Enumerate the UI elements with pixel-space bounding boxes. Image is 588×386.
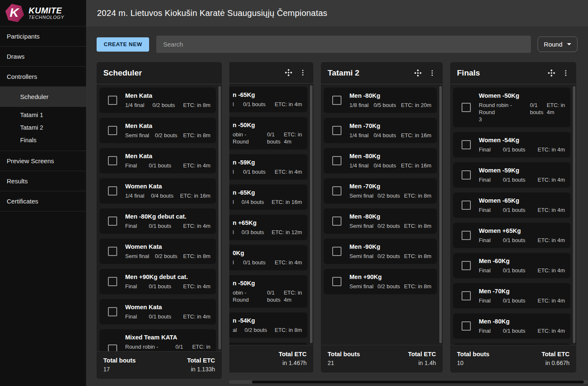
bout-card[interactable]: Men -80Kg1/4 final0/4 boutsETC: in 16m: [323, 148, 437, 174]
move-icon[interactable]: [284, 68, 293, 77]
card-checkbox[interactable]: [462, 261, 471, 270]
bout-card[interactable]: Men -70KgSemi final0/2 boutsETC: in 8m: [323, 178, 437, 204]
bout-card[interactable]: Women KataSemi final0/2 boutsETC: in 8m: [99, 238, 216, 264]
card-checkbox[interactable]: [108, 277, 117, 286]
sidebar-item-draws[interactable]: Draws: [0, 47, 86, 67]
total-bouts-label: Total bouts: [103, 357, 136, 364]
card-checkbox[interactable]: [462, 291, 471, 300]
sidebar-item-participants[interactable]: Participants: [0, 26, 86, 47]
card-checkbox[interactable]: [462, 140, 471, 149]
sidebar-item-preview-screens[interactable]: Preview Screens: [0, 151, 86, 171]
card-checkbox[interactable]: [332, 126, 341, 135]
sidebar-item-results[interactable]: Results: [0, 171, 86, 191]
card-checkbox[interactable]: [332, 277, 341, 286]
card-checkbox[interactable]: [108, 186, 117, 196]
bout-card[interactable]: Men -80Kg debut cat.Final0/1 boutsETC: i…: [99, 208, 216, 234]
card-checkbox[interactable]: [332, 247, 341, 256]
card-checkbox[interactable]: [332, 186, 341, 196]
bout-card[interactable]: Men -70KgFinal0/1 boutsETC: in 4m: [453, 283, 571, 309]
vertical-scrollbar-thumb[interactable]: [218, 86, 221, 349]
card-checkbox[interactable]: [462, 103, 471, 112]
search-input[interactable]: [156, 36, 530, 53]
bouts-count: 0/1 bouts: [149, 162, 171, 169]
card-checkbox[interactable]: [462, 201, 471, 210]
bout-card[interactable]: n -50Kgobin - Round0/1 boutsETC: in 4m: [229, 117, 308, 150]
bout-card[interactable]: Women +65KgFinal0/1 boutsETC: in 4m: [453, 222, 571, 248]
bout-card[interactable]: Mixed Team KATARound robin - Round 10/1 …: [99, 329, 216, 351]
bout-card[interactable]: Men Kata1/4 final0/2 boutsETC: in 8m: [99, 87, 216, 113]
bout-card[interactable]: n -54Kgal0/2 boutsETC: in 8m: [229, 312, 308, 338]
total-bouts: Total bouts17: [103, 357, 136, 373]
etc-label: ETC: in 16m: [180, 192, 210, 199]
bout-card[interactable]: Women -59KgFinal0/1 boutsETC: in 4m: [453, 162, 571, 188]
column-footer: Total bouts21Total ETCin 1.4h: [321, 345, 443, 373]
card-checkbox[interactable]: [462, 321, 471, 331]
vertical-scrollbar-thumb[interactable]: [439, 86, 442, 343]
category-title: n -50Kg: [233, 279, 302, 287]
bout-card[interactable]: Men -80KgSemi final0/2 boutsETC: in 8m: [323, 208, 437, 234]
sidebar-item-scheduler[interactable]: Scheduler: [0, 87, 86, 107]
card-checkbox[interactable]: [108, 307, 117, 316]
sidebar-item-certificates[interactable]: Certificates: [0, 191, 86, 211]
bout-card[interactable]: n +65Kgl0/3 boutsETC: in 12m: [229, 214, 308, 240]
card-checkbox[interactable]: [462, 170, 471, 180]
bout-card[interactable]: Men +90KgSemi final0/2 boutsETC: in 8m: [323, 269, 437, 295]
card-checkbox[interactable]: [108, 96, 117, 105]
bout-card[interactable]: Women KataFinal0/1 boutsETC: in 4m: [99, 299, 216, 325]
sidebar-item-controllers[interactable]: Controllers: [0, 67, 86, 87]
more-vert-icon[interactable]: [299, 69, 307, 76]
bout-card[interactable]: n -65Kgl0/1 boutsETC: in 4m: [229, 86, 308, 112]
bout-card[interactable]: Men KataFinal0/1 boutsETC: in 4m: [99, 148, 216, 174]
logo-hexagon-icon: K: [3, 1, 27, 25]
more-vert-icon[interactable]: [428, 69, 436, 77]
more-vert-icon[interactable]: [562, 69, 570, 77]
card-checkbox[interactable]: [462, 231, 471, 240]
bout-card[interactable]: Women -54KgFinal0/1 boutsETC: in 4m: [453, 132, 571, 158]
stage-label: Semi final: [349, 283, 373, 290]
horizontal-scrollbar[interactable]: [229, 380, 588, 384]
bout-card[interactable]: n -65Kgl0/4 boutsETC: in 16m: [229, 184, 308, 210]
sidebar-item-tatami-1[interactable]: Tatami 1: [0, 109, 86, 121]
bout-card[interactable]: n -59Kgal0/2 boutsETC: in 8m: [229, 342, 308, 345]
category-title: Men -80Kg: [349, 213, 431, 220]
horizontal-scrollbar-thumb[interactable]: [252, 381, 584, 383]
card-checkbox[interactable]: [108, 247, 117, 256]
vertical-scrollbar-thumb[interactable]: [310, 85, 312, 343]
round-dropdown[interactable]: Round: [538, 37, 578, 52]
card-checkbox[interactable]: [108, 216, 117, 226]
bout-card[interactable]: n -50Kgobin - Round0/1 boutsETC: in 4m: [229, 275, 308, 308]
move-icon[interactable]: [547, 69, 556, 77]
bout-card[interactable]: Men +90Kg debut cat.Final0/1 boutsETC: i…: [99, 269, 216, 295]
bout-card[interactable]: Men KataSemi final0/2 boutsETC: in 8m: [99, 117, 216, 143]
card-checkbox[interactable]: [108, 126, 117, 135]
bout-card[interactable]: n -59Kgl0/1 boutsETC: in 4m: [229, 154, 308, 180]
card-subrow: 1/4 final0/4 boutsETC: in 16m: [125, 192, 210, 199]
card-checkbox[interactable]: [108, 156, 117, 165]
card-checkbox[interactable]: [108, 344, 117, 351]
create-new-button[interactable]: CREATE NEW: [97, 37, 149, 52]
total-etc: Total ETCin 0.667h: [541, 351, 570, 366]
move-icon[interactable]: [414, 69, 422, 77]
bout-card[interactable]: Men -90KgSemi final0/2 boutsETC: in 8m: [323, 238, 437, 264]
bout-card[interactable]: Women Kata1/4 final0/4 boutsETC: in 16m: [99, 178, 216, 204]
bout-card[interactable]: Women -50KgRound robin - Round 30/1 bout…: [453, 87, 571, 128]
bout-card[interactable]: Men -70Kg1/4 final0/4 boutsETC: in 16m: [323, 117, 437, 143]
card-subrow: 1/8 final0/5 boutsETC: in 20m: [349, 102, 431, 109]
bout-card[interactable]: Men -90KgFinal0/1 boutsETC: in 4m: [453, 343, 571, 345]
bout-card[interactable]: Women -65KgFinal0/1 boutsETC: in 4m: [453, 192, 571, 218]
sidebar-item-finals[interactable]: Finals: [0, 134, 86, 146]
column-footer: Total bouts17Total ETCin 1.133h: [97, 351, 222, 379]
bout-card[interactable]: Men -60KgFinal0/1 boutsETC: in 4m: [453, 253, 571, 279]
card-checkbox[interactable]: [332, 96, 341, 105]
card-checkbox[interactable]: [332, 156, 341, 165]
total-etc-label: Total ETC: [278, 351, 307, 357]
bout-card[interactable]: Men -80Kg1/8 final0/5 boutsETC: in 20m: [323, 87, 437, 113]
vertical-scrollbar-thumb[interactable]: [573, 86, 575, 343]
bout-card[interactable]: Men -80KgFinal0/1 boutsETC: in 4m: [453, 313, 571, 339]
bout-card[interactable]: 0Kgl0/1 boutsETC: in 4m: [229, 245, 308, 271]
stage-label: Round robin - Round 1: [125, 343, 172, 351]
caret-down-icon: [567, 43, 571, 45]
card-checkbox[interactable]: [332, 216, 341, 226]
category-title: Men -70Kg: [349, 183, 431, 190]
sidebar-item-tatami-2[interactable]: Tatami 2: [0, 121, 86, 134]
